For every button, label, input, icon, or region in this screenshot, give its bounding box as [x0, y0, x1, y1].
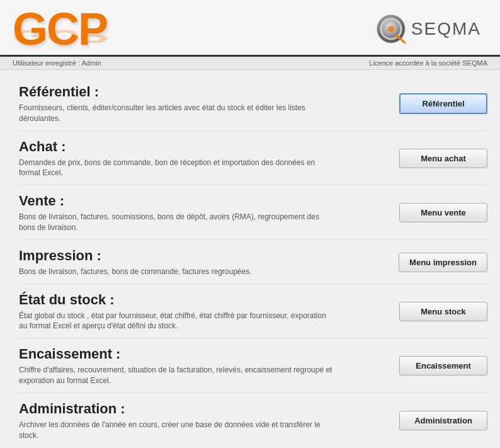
menu-title-encaissement: Encaissement : — [19, 346, 387, 362]
menu-content-referentiel: Référentiel :Fournisseurs, clients, édit… — [19, 84, 399, 124]
menu-row-impression: Impression :Bons de livraison, factures,… — [19, 240, 487, 284]
menu-description-encaissement: Chiffre d'affaires, recouvrement, situat… — [19, 365, 334, 386]
menu-title-impression: Impression : — [19, 248, 386, 264]
menu-button-vente[interactable]: Menu vente — [399, 203, 487, 222]
menu-button-administration[interactable]: Administration — [399, 411, 487, 430]
menu-button-referentiel[interactable]: Référentiel — [399, 93, 487, 114]
menu-description-administration: Archiver les données de l'année en cours… — [19, 420, 334, 441]
logo-seqma: SEQMA — [376, 14, 481, 44]
main-content: Référentiel :Fournisseurs, clients, édit… — [0, 70, 500, 448]
menu-title-vente: Vente : — [19, 193, 387, 209]
user-label: Utilisateur enregistré : Admin — [13, 59, 101, 67]
seqma-text: SEQMA — [411, 19, 481, 39]
menu-button-achat[interactable]: Menu achat — [399, 149, 487, 168]
menu-row-encaissement: Encaissement :Chiffre d'affaires, recouv… — [19, 338, 487, 393]
menu-description-achat: Demandes de prix, bons de commande, bon … — [19, 158, 334, 179]
menu-content-stock: État du stock :État global du stock , ét… — [19, 292, 399, 332]
menu-description-impression: Bons de livraison, factures, bons de com… — [19, 267, 334, 277]
menu-title-stock: État du stock : — [19, 292, 387, 308]
menu-description-stock: État global du stock , état par fourniss… — [19, 311, 334, 332]
license-label: Licence accordée à la société SEQMA — [369, 59, 487, 67]
menu-description-vente: Bons de livraison, factures, soumissions… — [19, 212, 334, 233]
header: GCP SEQMA — [0, 0, 500, 57]
menu-content-encaissement: Encaissement :Chiffre d'affaires, recouv… — [19, 346, 399, 386]
menu-description-referentiel: Fournisseurs, clients, éditer/consulter … — [19, 103, 334, 124]
menu-row-administration: Administration :Archiver les données de … — [19, 393, 487, 447]
menu-row-referentiel: Référentiel :Fournisseurs, clients, édit… — [19, 76, 487, 131]
menu-title-referentiel: Référentiel : — [19, 84, 387, 100]
seqma-logo-icon — [376, 14, 406, 44]
menu-button-impression[interactable]: Menu impression — [399, 253, 487, 272]
logo-gcp: GCP — [13, 6, 107, 52]
menu-row-achat: Achat :Demandes de prix, bons de command… — [19, 131, 487, 186]
menu-row-vente: Vente :Bons de livraison, factures, soum… — [19, 185, 487, 240]
menu-title-achat: Achat : — [19, 139, 387, 155]
menu-title-administration: Administration : — [19, 401, 387, 417]
menu-content-vente: Vente :Bons de livraison, factures, soum… — [19, 193, 399, 233]
menu-row-stock: État du stock :État global du stock , ét… — [19, 284, 487, 339]
menu-content-administration: Administration :Archiver les données de … — [19, 401, 399, 441]
status-bar: Utilisateur enregistré : Admin Licence a… — [0, 57, 500, 70]
menu-button-encaissement[interactable]: Encaissement — [399, 356, 487, 376]
menu-button-stock[interactable]: Menu stock — [399, 302, 487, 321]
menu-content-impression: Impression :Bons de livraison, factures,… — [19, 248, 399, 277]
menu-content-achat: Achat :Demandes de prix, bons de command… — [19, 139, 399, 179]
svg-point-2 — [388, 26, 394, 32]
